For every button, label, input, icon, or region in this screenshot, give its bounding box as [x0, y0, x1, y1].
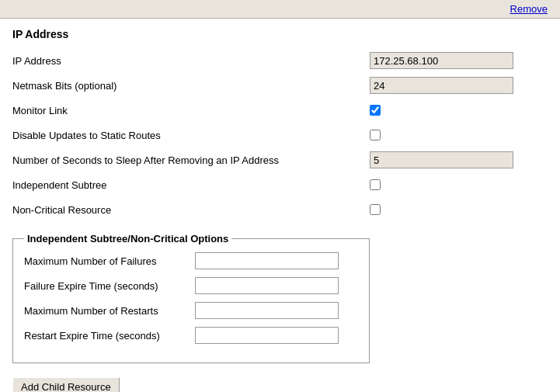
non-critical-checkbox[interactable] — [370, 204, 381, 215]
monitor-link-row: Monitor Link — [12, 101, 548, 120]
ip-address-label: IP Address — [12, 55, 370, 67]
failure-expire-row: Failure Expire Time (seconds) — [24, 277, 358, 294]
non-critical-label: Non-Critical Resource — [12, 204, 370, 216]
netmask-bits-row: Netmask Bits (optional) — [12, 76, 548, 95]
ip-address-row: IP Address — [12, 51, 548, 70]
section-title: IP Address — [12, 28, 548, 40]
fieldset-legend: Independent Subtree/Non-Critical Options — [24, 233, 231, 245]
independent-subtree-row: Independent Subtree — [12, 175, 548, 194]
restart-expire-row: Restart Expire Time (seconds) — [24, 327, 358, 344]
non-critical-row: Non-Critical Resource — [12, 200, 548, 219]
disable-updates-row: Disable Updates to Static Routes — [12, 126, 548, 144]
ip-address-input[interactable] — [370, 52, 513, 69]
main-content: IP Address IP Address Netmask Bits (opti… — [0, 19, 560, 392]
independent-subtree-checkbox[interactable] — [370, 179, 381, 190]
max-failures-row: Maximum Number of Failures — [24, 252, 358, 269]
sleep-seconds-label: Number of Seconds to Sleep After Removin… — [12, 154, 370, 166]
disable-updates-label: Disable Updates to Static Routes — [12, 130, 370, 141]
top-bar: Remove — [0, 0, 560, 19]
sleep-seconds-input[interactable] — [370, 151, 513, 168]
remove-link[interactable]: Remove — [510, 3, 548, 15]
add-child-wrapper: Add Child Resource — [12, 363, 548, 392]
restart-expire-label: Restart Expire Time (seconds) — [24, 330, 195, 342]
failure-expire-input[interactable] — [195, 277, 339, 294]
netmask-bits-label: Netmask Bits (optional) — [12, 80, 370, 92]
max-restarts-input[interactable] — [195, 302, 339, 319]
monitor-link-label: Monitor Link — [12, 105, 370, 116]
max-restarts-row: Maximum Number of Restarts — [24, 302, 358, 319]
failure-expire-label: Failure Expire Time (seconds) — [24, 280, 195, 292]
disable-updates-checkbox[interactable] — [370, 130, 381, 140]
netmask-bits-input[interactable] — [370, 77, 513, 94]
sleep-seconds-row: Number of Seconds to Sleep After Removin… — [12, 151, 548, 169]
independent-subtree-fieldset: Independent Subtree/Non-Critical Options… — [12, 233, 370, 363]
restart-expire-input[interactable] — [195, 327, 339, 344]
add-child-button[interactable]: Add Child Resource — [12, 377, 120, 392]
max-restarts-label: Maximum Number of Restarts — [24, 305, 195, 317]
max-failures-label: Maximum Number of Failures — [24, 255, 195, 267]
max-failures-input[interactable] — [195, 252, 339, 269]
monitor-link-checkbox[interactable] — [370, 105, 381, 116]
independent-subtree-label: Independent Subtree — [12, 179, 370, 191]
